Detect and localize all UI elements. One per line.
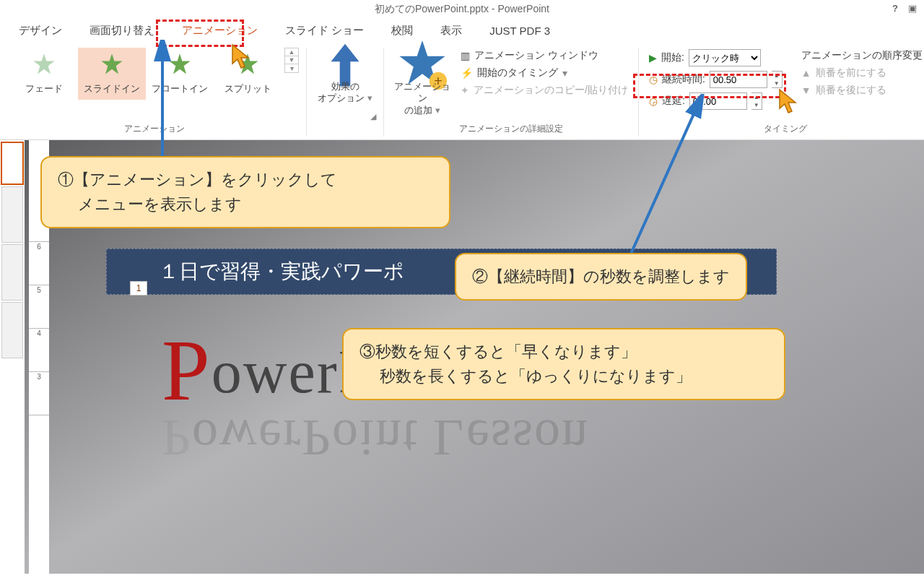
slide-thumbnails[interactable]	[0, 140, 25, 574]
slide-thumb-2[interactable]	[1, 186, 23, 243]
group-label-animation: アニメーション	[124, 124, 185, 134]
play-icon: ▶	[649, 52, 657, 64]
move-earlier-button: ▲順番を前にする	[801, 66, 923, 79]
tab-animations[interactable]: アニメーション	[170, 20, 269, 42]
reorder-title: アニメーションの順序変更	[801, 49, 923, 62]
arrow-up-icon	[317, 51, 373, 79]
duration-spinner[interactable]: ▲▼	[772, 71, 783, 88]
group-label-timing: タイミング	[764, 124, 807, 134]
star-icon	[31, 52, 57, 78]
star-icon	[235, 52, 261, 78]
duration-row: ◷ 継続時間: ▲▼	[649, 71, 783, 88]
ribbon-tabs: デザイン 画面切り替え アニメーション スライド ショー 校閲 表示 JUST …	[0, 19, 924, 42]
add-animation-button[interactable]: + アニメーション の追加 ▾	[391, 48, 453, 119]
move-later-button: ▼順番を後にする	[801, 84, 923, 97]
up-triangle-icon: ▲	[801, 67, 811, 79]
tab-transitions[interactable]: 画面切り替え	[78, 20, 166, 42]
tab-design[interactable]: デザイン	[7, 20, 74, 42]
group-label-advanced: アニメーションの詳細設定	[459, 124, 563, 134]
pane-icon: ▥	[461, 50, 470, 61]
lightning-icon: ⚡	[461, 67, 473, 79]
delay-input[interactable]	[689, 92, 747, 110]
duration-input[interactable]	[710, 71, 767, 88]
gallery-more-button[interactable]: ▲▼▾	[284, 48, 299, 73]
effect-options-button[interactable]: 効果の オプション ▾	[314, 48, 376, 108]
animation-effect-スプリット[interactable]: スプリット	[214, 48, 282, 100]
animation-effect-フェード[interactable]: フェード	[10, 48, 78, 100]
callout-step-2: ②【継続時間】の秒数を調整します	[455, 253, 747, 301]
ribbon: フェードスライドインフロートインスプリット▲▼▾ アニメーション 効果の オプシ…	[0, 42, 924, 140]
tab-justpdf[interactable]: JUST PDF 3	[478, 20, 562, 41]
clock-delay-icon: ◶	[649, 95, 658, 107]
star-plus-icon: +	[394, 51, 450, 79]
callout-step-1: ①【アニメーション】をクリックして メニューを表示します	[40, 156, 450, 228]
animation-gallery[interactable]: フェードスライドインフロートインスプリット▲▼▾	[10, 48, 299, 120]
start-select[interactable]: クリック時	[689, 49, 761, 66]
animation-pane-button[interactable]: ▥アニメーション ウィンドウ	[461, 49, 628, 62]
slide-thumb-4[interactable]	[1, 302, 23, 358]
animation-effect-フロートイン[interactable]: フロートイン	[146, 48, 214, 100]
star-icon	[99, 52, 125, 78]
ribbon-display-icon[interactable]: ▣	[908, 3, 917, 14]
star-icon	[167, 52, 193, 78]
dialog-launcher-icon[interactable]: ◢	[370, 112, 376, 121]
clock-icon: ◷	[649, 74, 658, 85]
slide-thumb-3[interactable]	[1, 244, 23, 301]
animation-index-tag[interactable]: 1	[130, 281, 147, 296]
slide-thumb-1[interactable]	[1, 142, 24, 185]
delay-spinner[interactable]: ▲▼	[751, 92, 762, 110]
title-bar: 初めてのPowerPoint.pptx - PowerPoint ? ▣	[0, 0, 924, 19]
window-title: 初めてのPowerPoint.pptx - PowerPoint	[375, 3, 549, 16]
help-icon[interactable]: ?	[892, 3, 898, 14]
trigger-button[interactable]: ⚡開始のタイミング ▾	[461, 66, 628, 79]
down-triangle-icon: ▼	[801, 85, 811, 96]
start-row: ▶ 開始: クリック時	[649, 49, 783, 66]
animation-effect-スライドイン[interactable]: スライドイン	[78, 48, 146, 100]
delay-row: ◶ 遅延: ▲▼	[649, 92, 783, 110]
callout-step-3: ③秒数を短くすると「早くなります」 秒数を長くすると「ゆっくりになります」	[342, 328, 785, 400]
animation-painter-button: ✦アニメーションのコピー/貼り付け	[461, 84, 628, 97]
brush-icon: ✦	[461, 85, 469, 96]
